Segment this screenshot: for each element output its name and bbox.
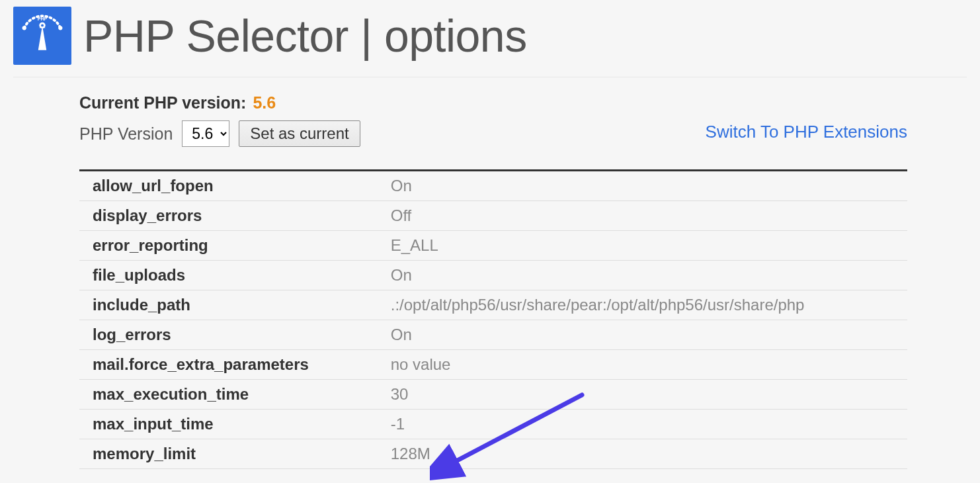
php-version-label: PHP Version (79, 124, 173, 144)
php-selector-icon: PHP (13, 7, 71, 65)
version-selector-row: PHP Version 5.6 Set as current Switch To… (79, 120, 907, 147)
content-area: Current PHP version: 5.6 PHP Version 5.6… (0, 77, 980, 469)
table-row: mail.force_extra_parameters no value (79, 350, 907, 380)
table-row: max_execution_time 30 (79, 380, 907, 410)
svg-text:PHP: PHP (38, 17, 48, 21)
option-value[interactable]: On (378, 320, 907, 350)
option-value[interactable]: 30 (378, 380, 907, 410)
php-version-select[interactable]: 5.6 (182, 120, 229, 147)
table-row: file_uploads On (79, 261, 907, 290)
option-value[interactable]: .:/opt/alt/php56/usr/share/pear:/opt/alt… (378, 290, 907, 320)
table-row: max_input_time -1 (79, 410, 907, 439)
table-row: log_errors On (79, 320, 907, 350)
option-value[interactable]: no value (378, 350, 907, 380)
option-name: error_reporting (79, 231, 378, 261)
option-name: memory_limit (79, 439, 378, 469)
page-title: PHP Selector | options (83, 13, 527, 58)
switch-to-extensions-link[interactable]: Switch To PHP Extensions (706, 122, 907, 142)
option-name: allow_url_fopen (79, 171, 378, 201)
current-version-label: Current PHP version: (79, 93, 246, 112)
table-row: error_reporting E_ALL (79, 231, 907, 261)
option-name: mail.force_extra_parameters (79, 350, 378, 380)
option-name: max_execution_time (79, 380, 378, 410)
current-version-value: 5.6 (253, 93, 276, 112)
php-options-table: allow_url_fopen On display_errors Off er… (79, 169, 907, 469)
option-value[interactable]: Off (378, 201, 907, 231)
option-name: include_path (79, 290, 378, 320)
option-value[interactable]: On (378, 171, 907, 201)
svg-point-4 (41, 24, 44, 26)
option-name: max_input_time (79, 410, 378, 439)
page-header: PHP PHP Selector | options (0, 0, 980, 71)
table-row: display_errors Off (79, 201, 907, 231)
option-value[interactable]: On (378, 261, 907, 290)
option-name: log_errors (79, 320, 378, 350)
option-value[interactable]: 128M (378, 439, 907, 469)
table-row: memory_limit 128M (79, 439, 907, 469)
option-name: file_uploads (79, 261, 378, 290)
option-value[interactable]: -1 (378, 410, 907, 439)
table-row: allow_url_fopen On (79, 171, 907, 201)
option-name: display_errors (79, 201, 378, 231)
svg-point-1 (58, 26, 62, 30)
option-value[interactable]: E_ALL (378, 231, 907, 261)
svg-point-0 (22, 26, 26, 30)
table-row: include_path .:/opt/alt/php56/usr/share/… (79, 290, 907, 320)
current-version-row: Current PHP version: 5.6 (79, 93, 907, 112)
set-as-current-button[interactable]: Set as current (239, 120, 360, 147)
